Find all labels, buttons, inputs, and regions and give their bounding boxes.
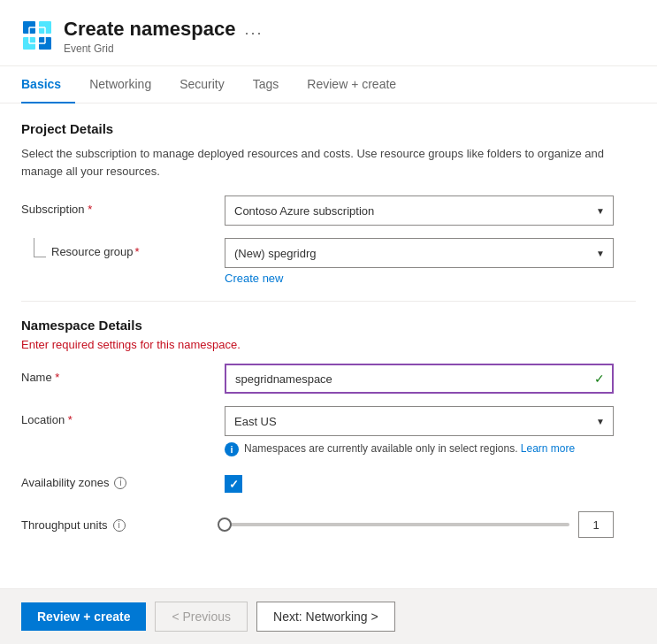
learn-more-link[interactable]: Learn more	[521, 442, 575, 455]
main-content: Project Details Select the subscription …	[0, 104, 657, 568]
slider-thumb[interactable]	[218, 518, 232, 532]
slider-track	[225, 523, 569, 526]
name-input-wrapper: ✓	[225, 364, 614, 394]
availability-zones-info-icon[interactable]: i	[114, 477, 126, 489]
checkbox-check-icon: ✓	[229, 478, 239, 491]
location-row: Location * East US ▼ i Namespaces are cu…	[21, 406, 636, 456]
name-input[interactable]	[225, 364, 614, 394]
info-text: Namespaces are currently available only …	[244, 442, 518, 455]
location-label: Location *	[21, 406, 225, 426]
tab-security[interactable]: Security	[165, 66, 239, 104]
page-header: Create namespace ... Event Grid	[0, 0, 657, 66]
previous-button: < Previous	[155, 602, 248, 632]
page-subtitle: Event Grid	[64, 42, 263, 55]
tab-tags[interactable]: Tags	[239, 66, 294, 104]
resource-group-label: Resource group	[51, 245, 134, 258]
tab-bar: Basics Networking Security Tags Review +…	[0, 66, 657, 104]
location-info-row: i Namespaces are currently available onl…	[225, 441, 614, 456]
namespace-required-hint: Enter required settings for this namespa…	[21, 338, 636, 351]
subscription-select-wrapper: Contoso Azure subscription ▼	[225, 196, 614, 226]
throughput-units-label-wrap: Throughput units i	[21, 511, 225, 532]
footer-bar: Review + create < Previous Next: Network…	[0, 588, 657, 644]
availability-zones-label: Availability zones	[21, 476, 109, 489]
throughput-info-icon[interactable]: i	[113, 519, 126, 532]
page-title: Create namespace	[64, 18, 235, 41]
availability-zones-checkbox[interactable]: ✓	[225, 475, 242, 493]
location-select-wrapper: East US ▼	[225, 406, 614, 436]
valid-check-icon: ✓	[594, 372, 605, 386]
subscription-row: Subscription * Contoso Azure subscriptio…	[21, 196, 636, 226]
tab-review-create[interactable]: Review + create	[293, 66, 410, 104]
resource-group-select[interactable]: (New) spegridrg	[225, 238, 614, 268]
availability-zones-row: Availability zones i ✓	[21, 469, 636, 499]
location-select[interactable]: East US	[225, 406, 614, 436]
tab-basics[interactable]: Basics	[21, 66, 75, 104]
name-row: Name * ✓	[21, 364, 636, 394]
section-divider	[21, 301, 636, 302]
info-icon: i	[225, 442, 239, 456]
throughput-units-row: Throughput units i 1	[21, 511, 636, 538]
tree-line-icon	[34, 238, 46, 257]
throughput-value-box: 1	[578, 511, 614, 538]
create-new-link[interactable]: Create new	[225, 272, 636, 285]
review-create-button[interactable]: Review + create	[21, 602, 146, 631]
throughput-value: 1	[592, 518, 599, 532]
subscription-label: Subscription *	[21, 196, 225, 216]
next-button[interactable]: Next: Networking >	[256, 602, 395, 632]
throughput-slider-row: 1	[225, 511, 614, 538]
availability-zones-label-wrap: Availability zones i	[21, 469, 225, 489]
throughput-units-label: Throughput units	[21, 518, 108, 532]
more-options-icon[interactable]: ...	[244, 20, 263, 39]
tab-networking[interactable]: Networking	[75, 66, 165, 104]
subscription-select[interactable]: Contoso Azure subscription	[225, 196, 614, 226]
name-label: Name *	[21, 364, 225, 384]
project-details-description: Select the subscription to manage deploy…	[21, 145, 636, 180]
resource-group-label-wrap: Resource group *	[21, 238, 225, 258]
resource-group-row: Resource group * (New) spegridrg ▼ Creat…	[21, 238, 636, 285]
event-grid-icon	[21, 19, 53, 51]
namespace-details-title: Namespace Details	[21, 318, 636, 333]
project-details-title: Project Details	[21, 121, 636, 136]
resource-group-select-wrapper: (New) spegridrg ▼	[225, 238, 614, 268]
